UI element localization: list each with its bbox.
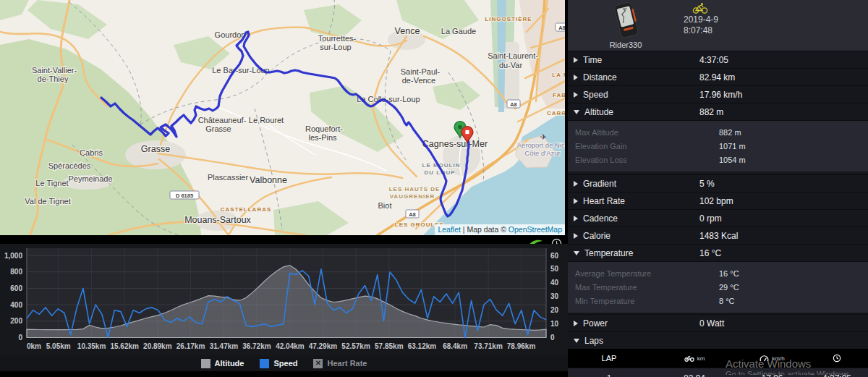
row-temperature[interactable]: Temperature 16 °C xyxy=(568,244,868,261)
map-label: Vence xyxy=(395,26,420,36)
legend-altitude-label: Altitude xyxy=(215,359,244,368)
svg-text:68.4km: 68.4km xyxy=(443,342,467,350)
svg-text:52.57km: 52.57km xyxy=(341,342,370,350)
map-label: Mouans-Sartoux xyxy=(184,215,251,225)
row-distance-label: Distance xyxy=(583,72,617,82)
row-gradient[interactable]: Gradient 5 % xyxy=(568,174,868,192)
row-time[interactable]: Time 4:37:05 xyxy=(568,51,868,68)
map-label: Spéracèdes xyxy=(48,161,91,170)
map-panel[interactable]: Saint-Vallier-de-ThieyGourdonTourrettes-… xyxy=(0,0,565,235)
leaflet-link[interactable]: Leaflet xyxy=(438,225,461,234)
map-label: Saint-Laurent- xyxy=(488,51,538,60)
row-distance[interactable]: Distance 82.94 km xyxy=(568,68,868,85)
map-label: Le Rouret xyxy=(249,116,284,124)
elevation-gain-label: Elevation Gain xyxy=(575,142,627,151)
svg-text:0: 0 xyxy=(550,334,555,342)
row-temperature-label: Temperature xyxy=(584,248,633,258)
map-label: Peymeinade xyxy=(68,174,112,183)
map-label: La Gaude xyxy=(441,27,476,35)
ride-header: Rider330 2019-4-9 8:07:48 xyxy=(568,0,868,51)
chart-legend: Altitude Speed ✕ Heart Rate xyxy=(0,355,568,371)
average-temperature-value: 16 °C xyxy=(719,269,739,278)
map-label: Grasse xyxy=(141,144,170,154)
legend-heart-rate[interactable]: ✕ Heart Rate xyxy=(313,359,367,368)
map-label: Gourdon xyxy=(215,30,246,39)
distance-unit-label: km xyxy=(697,355,705,362)
svg-text:0: 0 xyxy=(18,334,22,342)
map-label: Plascassier xyxy=(208,173,249,182)
legend-speed-label: Speed xyxy=(273,359,297,368)
row-gradient-value: 5 % xyxy=(699,179,715,189)
elevation-loss-label: Elevation Loss xyxy=(575,156,627,164)
map-label: LINGOSTIÈRE xyxy=(485,16,532,22)
row-laps[interactable]: Laps xyxy=(568,331,868,349)
map-label: Cagnes-sur-Mer xyxy=(422,139,488,149)
lap-speed: 17.96 xyxy=(739,373,806,377)
elevation-speed-chart-panel: 02004006008001,00001020304050600km5.05km… xyxy=(0,235,568,377)
map-label: de-Vence xyxy=(402,76,435,85)
row-heart-rate[interactable]: Heart Rate 102 bpm xyxy=(568,192,868,209)
map-label: Aéroport de Nice- xyxy=(517,141,565,149)
map-label: Valbonne xyxy=(250,175,287,185)
map-label: Tourrettes- xyxy=(318,34,357,43)
map-label: de-Thiey xyxy=(38,75,69,83)
max-temperature-label: Max Temperature xyxy=(575,283,637,292)
legend-speed[interactable]: Speed xyxy=(260,359,297,368)
expand-arrow-icon xyxy=(574,198,578,204)
lap-header-speed: km/h xyxy=(739,355,806,362)
svg-text:400: 400 xyxy=(10,301,22,309)
cyclist-icon xyxy=(692,3,708,14)
device-name: Rider330 xyxy=(610,41,642,49)
svg-text:20.89km: 20.89km xyxy=(143,342,172,350)
average-temperature-label: Average Temperature xyxy=(575,269,651,278)
legend-altitude[interactable]: Altitude xyxy=(201,359,244,368)
max-altitude-label: Max Altitude xyxy=(575,128,618,137)
row-calorie-label: Calorie xyxy=(583,231,610,241)
expand-arrow-icon xyxy=(574,75,578,80)
map-label: Val de Tignet xyxy=(25,197,70,206)
map-canvas[interactable]: Saint-Vallier-de-ThieyGourdonTourrettes-… xyxy=(0,0,565,235)
heart-rate-swatch-disabled: ✕ xyxy=(313,359,323,368)
svg-text:A8: A8 xyxy=(409,211,416,218)
map-label: Le Tignet xyxy=(35,179,68,187)
expand-arrow-icon xyxy=(574,92,578,98)
row-power[interactable]: Power 0 Watt xyxy=(568,314,868,331)
svg-text:10: 10 xyxy=(550,320,559,328)
subrow-average-temperature: Average Temperature 16 °C xyxy=(568,267,868,281)
svg-text:73.71km: 73.71km xyxy=(474,342,503,350)
map-label: sur-Loup xyxy=(320,43,351,51)
osm-link[interactable]: OpenStreetMap xyxy=(509,225,562,234)
lap-time: 4:37:05 xyxy=(806,373,868,377)
map-label: LES HAUTS DE xyxy=(389,186,441,192)
row-speed[interactable]: Speed 17.96 km/h xyxy=(568,85,868,103)
map-label: Châteauneuf- xyxy=(198,116,247,124)
road-badge: D 6185 xyxy=(170,191,199,199)
lap-header-lap: LAP xyxy=(568,354,650,363)
elevation-loss-value: 1054 m xyxy=(719,156,746,164)
expand-arrow-icon xyxy=(574,216,578,221)
row-gradient-label: Gradient xyxy=(583,179,616,189)
map-label: CASTELLARAS xyxy=(221,206,272,213)
max-altitude-value: 882 m xyxy=(719,128,741,137)
map-label: VAUGRENIER xyxy=(390,193,435,200)
row-cadence[interactable]: Cadence 0 rpm xyxy=(568,209,868,226)
bottom-strip xyxy=(0,371,568,377)
svg-text:15.62km: 15.62km xyxy=(110,342,139,350)
map-label: Saint-Paul- xyxy=(401,67,441,76)
map-label: CARRA xyxy=(547,110,565,117)
collapse-arrow-icon xyxy=(574,110,579,114)
chart-canvas[interactable]: 02004006008001,00001020304050600km5.05km… xyxy=(0,244,568,355)
max-temperature-value: 29 °C xyxy=(719,283,739,292)
map-label: Cabris xyxy=(80,148,103,157)
svg-text:47.29km: 47.29km xyxy=(309,342,338,350)
svg-text:60: 60 xyxy=(550,252,559,260)
svg-text:40: 40 xyxy=(550,279,559,287)
lap-table-row: 1 82.94 17.96 4:37:05 xyxy=(568,368,868,377)
road-badge: A8 xyxy=(507,100,520,108)
row-calorie[interactable]: Calorie 1483 Kcal xyxy=(568,226,868,244)
map-label: FABR xyxy=(553,92,565,98)
row-calorie-value: 1483 Kcal xyxy=(699,231,738,241)
row-altitude[interactable]: Altitude 882 m xyxy=(568,103,868,120)
row-cadence-label: Cadence xyxy=(583,213,618,224)
svg-text:200: 200 xyxy=(10,317,22,325)
